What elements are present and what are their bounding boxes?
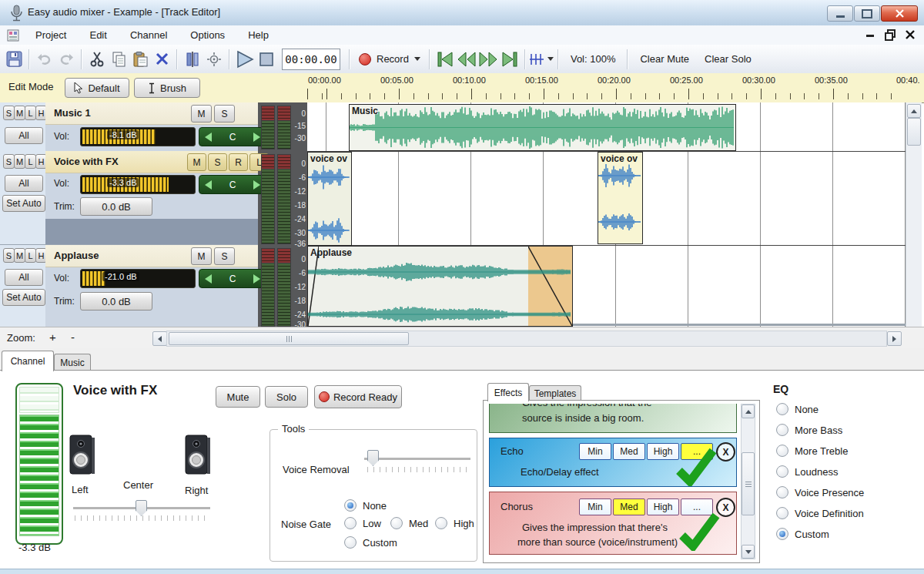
track2-pan-control[interactable]: C [199, 175, 266, 194]
effect-level-min-button[interactable]: Min [579, 498, 611, 515]
hscroll-track[interactable] [166, 331, 887, 347]
track2-solo-button[interactable]: S [208, 153, 227, 171]
redo-button[interactable] [55, 49, 77, 70]
locate-button[interactable] [203, 49, 225, 70]
go-end-button[interactable] [499, 49, 521, 70]
effect-item-reverb[interactable]: Gives the impression that the source is … [489, 404, 737, 433]
eq-option-loudness[interactable]: Loudness [776, 465, 838, 478]
clip-music[interactable]: Music [349, 104, 736, 151]
effect-level-min-button[interactable]: Min [579, 443, 611, 460]
effect-level-med-button[interactable]: Med [613, 443, 645, 460]
minimize-button[interactable] [827, 5, 853, 22]
scroll-up-button[interactable] [742, 404, 755, 418]
noise-gate-option-med[interactable]: Med [390, 517, 428, 529]
master-volume-label[interactable]: Vol: 100% [563, 53, 624, 65]
track1-group-s-button[interactable]: S [3, 106, 15, 120]
pan-right-icon[interactable] [253, 180, 260, 190]
undo-button[interactable] [34, 49, 55, 70]
menu-options[interactable]: Options [179, 25, 236, 45]
clip-voice-2[interactable]: voice ov [598, 152, 643, 244]
edit-mode-brush-button[interactable]: Brush [134, 78, 200, 98]
eq-option-custom[interactable]: Custom [776, 528, 829, 540]
track2-mute-button[interactable]: M [187, 153, 206, 171]
track3-volume-slider[interactable]: -21.0 dB [80, 269, 196, 288]
voice-removal-thumb[interactable] [367, 450, 379, 466]
clip-applause[interactable]: Applause [307, 246, 573, 327]
eq-option-more-treble[interactable]: More Treble [776, 445, 848, 457]
track3-mute-button[interactable]: M [191, 247, 212, 265]
eq-option-voice-definition[interactable]: Voice Definition [776, 507, 864, 519]
effect-item-chorus[interactable]: Chorus Min Med High ... X Gives the impr… [489, 492, 737, 555]
stop-button[interactable] [256, 49, 277, 70]
eq-option-voice-presence[interactable]: Voice Presence [776, 486, 864, 498]
snap-grid-button[interactable] [530, 49, 554, 70]
pan-right-icon[interactable] [253, 133, 260, 142]
channel-record-ready-button[interactable]: Record Ready [314, 385, 402, 408]
copy-button[interactable] [108, 49, 129, 70]
hscroll-left-button[interactable] [152, 331, 167, 346]
record-button[interactable]: Record [354, 49, 425, 70]
voice-removal-slider[interactable] [364, 458, 470, 461]
channel-solo-button[interactable]: Solo [265, 386, 308, 408]
tab-templates[interactable]: Templates [529, 385, 581, 401]
noise-gate-option-high[interactable]: High [435, 517, 474, 529]
effects-scroll-thumb[interactable] [742, 452, 755, 515]
effects-scrollbar[interactable] [741, 404, 755, 559]
track1-mute-button[interactable]: M [191, 105, 212, 123]
vertical-scroll-thumb[interactable] [907, 118, 921, 146]
eq-option-none[interactable]: None [776, 403, 819, 415]
clip-voice-1[interactable]: voice ov [307, 152, 352, 246]
track2-trim-button[interactable]: 0.0 dB [80, 197, 152, 216]
cut-button[interactable] [86, 49, 108, 70]
track3-pan-control[interactable]: C [199, 269, 266, 288]
noise-gate-option-none[interactable]: None [344, 499, 387, 512]
effect-level-med-button[interactable]: Med [613, 498, 645, 515]
track2-group-l-button[interactable]: L [25, 154, 36, 169]
pan-left-icon[interactable] [205, 180, 212, 190]
paste-button[interactable] [129, 49, 151, 70]
clear-solo-button[interactable]: Clear Solo [697, 53, 759, 65]
track-vertical-scrollbar[interactable] [906, 102, 922, 348]
track3-all-button[interactable]: All [5, 269, 43, 286]
edit-mode-default-button[interactable]: Default [65, 78, 129, 98]
track3-group-m-button[interactable]: M [14, 248, 25, 263]
mdi-close-icon[interactable] [906, 30, 915, 39]
scroll-up-button[interactable] [907, 104, 921, 118]
go-start-button[interactable] [434, 49, 456, 70]
track3-group-s-button[interactable]: S [3, 248, 15, 263]
hscroll-thumb[interactable] [169, 332, 409, 345]
menu-edit[interactable]: Edit [78, 25, 118, 45]
close-button[interactable] [881, 5, 918, 22]
tab-effects[interactable]: Effects [487, 383, 529, 401]
channel-mute-button[interactable]: Mute [216, 386, 260, 408]
menu-project[interactable]: Project [24, 25, 78, 45]
mdi-minimize-icon[interactable] [866, 35, 874, 37]
pan-left-icon[interactable] [205, 274, 212, 284]
track2-group-m-button[interactable]: M [14, 154, 25, 169]
track3-set-auto-button[interactable]: Set Auto [2, 289, 45, 306]
track1-group-m-button[interactable]: M [14, 106, 25, 120]
track3-solo-button[interactable]: S [214, 247, 235, 265]
track1-all-button[interactable]: All [5, 127, 43, 144]
track2-pan-center[interactable]: C [229, 180, 236, 190]
forward-button[interactable] [477, 49, 499, 70]
pan-left-icon[interactable] [205, 133, 212, 142]
tab-channel[interactable]: Channel [2, 351, 54, 371]
ruler-major-ticks[interactable] [307, 89, 906, 99]
split-clip-button[interactable] [182, 49, 203, 70]
track1-group-l-button[interactable]: L [25, 106, 36, 120]
menu-channel[interactable]: Channel [119, 25, 179, 45]
track3-group-l-button[interactable]: L [25, 248, 36, 263]
tab-music[interactable]: Music [54, 354, 91, 371]
track1-volume-slider[interactable]: -8.1 dB [80, 127, 196, 146]
menu-help[interactable]: Help [236, 25, 280, 45]
pan-right-icon[interactable] [253, 274, 260, 284]
delete-button[interactable] [151, 49, 172, 70]
channel-pan-thumb[interactable] [136, 500, 147, 516]
track2-all-button[interactable]: All [5, 175, 43, 192]
noise-gate-option-custom[interactable]: Custom [344, 536, 397, 549]
track1-pan-center[interactable]: C [229, 132, 236, 143]
zoom-out-button[interactable]: - [71, 331, 75, 344]
clear-mute-button[interactable]: Clear Mute [632, 53, 697, 65]
track2-volume-slider[interactable]: -3.3 dB [80, 175, 196, 194]
